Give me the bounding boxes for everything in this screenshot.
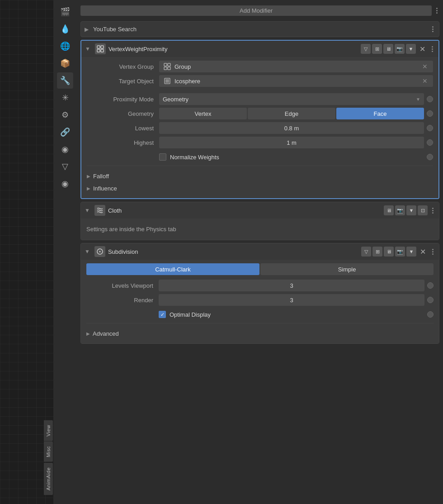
geometry-edge-button[interactable]: Edge bbox=[248, 108, 335, 119]
geometry-face-button[interactable]: Face bbox=[336, 108, 424, 119]
target-object-field[interactable]: Icosphere ✕ bbox=[159, 75, 433, 87]
object-icon[interactable]: 📦 bbox=[57, 55, 73, 71]
top-dots-menu[interactable] bbox=[434, 6, 439, 15]
add-modifier-button[interactable]: Add Modifier bbox=[80, 5, 432, 16]
geometry-vertex-button[interactable]: Vertex bbox=[159, 108, 247, 119]
scene-icon[interactable]: 🌐 bbox=[57, 38, 73, 54]
modifier-icon[interactable]: 🔧 bbox=[57, 72, 73, 89]
optimal-display-dot[interactable] bbox=[427, 311, 434, 318]
output-icon[interactable]: 💧 bbox=[57, 21, 73, 37]
vwp-close-button[interactable]: ✕ bbox=[417, 44, 427, 54]
tab-view[interactable]: View bbox=[44, 420, 53, 441]
sub-dropdown-icon[interactable]: ▼ bbox=[406, 247, 416, 257]
render-dot[interactable] bbox=[427, 297, 434, 303]
lowest-field[interactable]: 0.8 m bbox=[159, 122, 424, 134]
cloth-dropdown-icon[interactable]: ▼ bbox=[406, 205, 416, 215]
vertex-group-field[interactable]: Group ✕ bbox=[159, 61, 433, 72]
render-field[interactable]: 3 bbox=[159, 294, 424, 306]
cloth-transfer-icon[interactable]: ⊡ bbox=[418, 205, 428, 215]
vertex-weight-proximity-header[interactable]: ▼ VertexWeightProximity ▽ ⊞ 🖥 📷 ▼ ✕ bbox=[81, 41, 438, 57]
cloth-info: Settings are inside the Physics tab bbox=[86, 222, 434, 236]
cloth-icon bbox=[94, 205, 105, 216]
youtube-search-header[interactable]: ▶ YouTube Search bbox=[81, 22, 439, 37]
target-object-clear-button[interactable]: ✕ bbox=[420, 76, 429, 86]
constraints-icon[interactable]: 🔗 bbox=[57, 124, 73, 140]
vwp-expand-arrow[interactable]: ▼ bbox=[85, 46, 90, 52]
highest-label: Highest bbox=[87, 139, 159, 146]
falloff-arrow-icon: ▶ bbox=[87, 174, 90, 179]
levels-viewport-dot[interactable] bbox=[427, 282, 434, 289]
vwp-body: Vertex Group Group ✕ bbox=[81, 57, 438, 198]
lowest-row: Lowest 0.8 m bbox=[87, 122, 433, 134]
proximity-mode-dot[interactable] bbox=[427, 96, 433, 102]
target-object-icon bbox=[163, 77, 172, 85]
tab-misc[interactable]: Misc bbox=[44, 442, 53, 462]
normalize-weights-checkbox-row: Normalize Weights bbox=[159, 153, 219, 161]
filter-vertices-icon[interactable]: ▽ bbox=[361, 44, 371, 54]
highest-dot[interactable] bbox=[427, 139, 433, 146]
youtube-expand-arrow[interactable]: ▶ bbox=[85, 26, 89, 33]
tab-animaide[interactable]: AnimAide bbox=[44, 463, 53, 495]
display-icon[interactable]: 🖥 bbox=[383, 44, 393, 54]
influence-row[interactable]: ▶ Influence bbox=[87, 182, 433, 195]
subdivision-header[interactable]: ▼ Subdivision ▽ ⊞ 🖥 📷 ▼ ✕ bbox=[81, 243, 439, 260]
subdivision-expand-arrow[interactable]: ▼ bbox=[85, 248, 90, 255]
cloth-expand-arrow[interactable]: ▼ bbox=[85, 207, 90, 214]
vertex-group-row: Vertex Group Group ✕ bbox=[87, 61, 433, 72]
proximity-mode-label: Proximity Mode bbox=[87, 96, 159, 103]
vertex-group-clear-button[interactable]: ✕ bbox=[420, 62, 429, 71]
checkmark-icon[interactable]: ◉ bbox=[57, 176, 73, 192]
physics-icon[interactable]: ⚙ bbox=[57, 107, 73, 123]
sub-display-icon[interactable]: 🖥 bbox=[384, 247, 394, 257]
sidebar-icons: 🎬 💧 🌐 📦 🔧 ✳ ⚙ 🔗 ◉ ▽ ◉ bbox=[53, 0, 77, 504]
geometry-label: Geometry bbox=[87, 110, 159, 117]
vwp-dots-menu[interactable] bbox=[430, 44, 435, 54]
advanced-row[interactable]: ▶ Advanced bbox=[86, 328, 434, 340]
filter-icon[interactable]: ▽ bbox=[57, 158, 73, 175]
cloth-display-icon[interactable]: 🖥 bbox=[384, 205, 394, 215]
proximity-mode-arrow-icon: ▼ bbox=[416, 97, 420, 102]
sub-realtime-icon[interactable]: ⊞ bbox=[372, 247, 382, 257]
proximity-mode-row: Proximity Mode Geometry ▼ bbox=[87, 93, 433, 105]
sub-filter-icon[interactable]: ▽ bbox=[361, 247, 371, 257]
optimal-display-checkbox[interactable]: ✓ bbox=[159, 311, 166, 318]
particles-icon[interactable]: ✳ bbox=[57, 90, 73, 106]
data-icon[interactable]: ◉ bbox=[57, 141, 73, 157]
target-object-value: Icosphere bbox=[174, 78, 420, 85]
lowest-dot[interactable] bbox=[427, 125, 433, 131]
render-icon[interactable]: 🎬 bbox=[57, 4, 73, 20]
proximity-mode-dropdown[interactable]: Geometry ▼ bbox=[159, 93, 424, 105]
youtube-dots-menu[interactable] bbox=[430, 24, 435, 34]
vertex-weight-proximity-panel: ▼ VertexWeightProximity ▽ ⊞ 🖥 📷 ▼ ✕ bbox=[80, 40, 439, 199]
normalize-weights-dot[interactable] bbox=[427, 154, 433, 160]
cloth-dots-menu[interactable] bbox=[430, 206, 435, 215]
levels-viewport-field[interactable]: 3 bbox=[159, 280, 424, 291]
camera-icon[interactable]: 📷 bbox=[395, 44, 405, 54]
highest-field[interactable]: 1 m bbox=[159, 137, 424, 148]
youtube-search-label: YouTube Search bbox=[93, 26, 137, 33]
normalize-weights-checkbox[interactable] bbox=[159, 153, 166, 161]
advanced-arrow-icon: ▶ bbox=[86, 331, 90, 336]
realtime-preview-icon[interactable]: ⊞ bbox=[372, 44, 382, 54]
target-object-label: Target Object bbox=[87, 78, 159, 85]
geometry-control: Vertex Edge Face bbox=[159, 108, 433, 119]
svg-rect-9 bbox=[165, 79, 169, 83]
svg-point-11 bbox=[99, 251, 100, 252]
cloth-body: Settings are inside the Physics tab bbox=[81, 219, 439, 240]
subdivision-dots-menu[interactable] bbox=[430, 247, 435, 257]
dropdown-arrow-icon[interactable]: ▼ bbox=[406, 44, 416, 54]
levels-viewport-value: 3 bbox=[290, 282, 293, 289]
render-value: 3 bbox=[290, 297, 293, 304]
highest-value: 1 m bbox=[287, 139, 297, 146]
main-content: Add Modifier ▶ YouTube Search ▼ bbox=[77, 0, 443, 504]
cloth-camera-icon[interactable]: 📷 bbox=[395, 205, 405, 215]
subdivision-toolbar: ▽ ⊞ 🖥 📷 ▼ ✕ bbox=[361, 247, 428, 257]
simple-button[interactable]: Simple bbox=[260, 263, 434, 275]
catmull-clark-button[interactable]: Catmull-Clark bbox=[86, 263, 259, 275]
cloth-header[interactable]: ▼ Cloth 🖥 📷 ▼ ⊡ bbox=[81, 202, 439, 219]
top-bar: Add Modifier bbox=[80, 4, 439, 19]
sub-camera-icon[interactable]: 📷 bbox=[395, 247, 405, 257]
geometry-dot[interactable] bbox=[427, 110, 433, 117]
subdivision-close-button[interactable]: ✕ bbox=[418, 247, 428, 257]
falloff-row[interactable]: ▶ Falloff bbox=[87, 170, 433, 182]
